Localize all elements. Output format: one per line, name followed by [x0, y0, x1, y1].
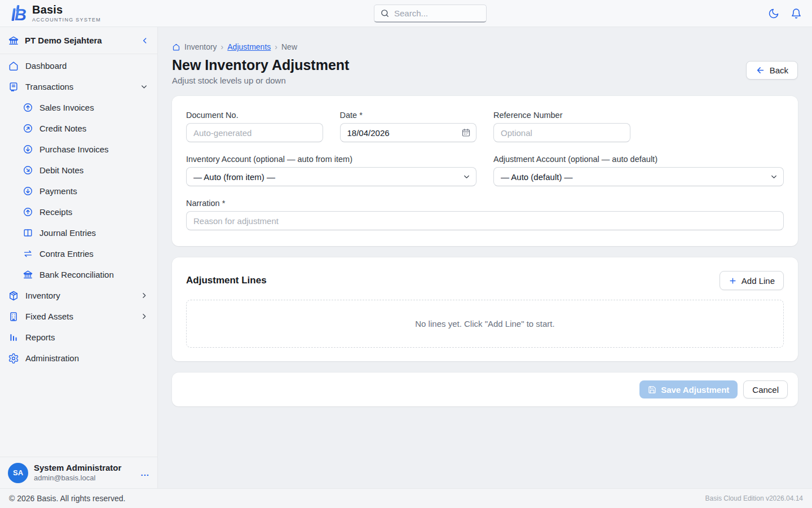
arrow-up-circle-icon — [23, 102, 33, 113]
sidebar-item-fixed-assets[interactable]: Fixed Assets — [0, 306, 157, 327]
version-text: Basis Cloud Edition v2026.04.14 — [705, 494, 803, 502]
user-menu-button[interactable]: ... — [140, 468, 149, 478]
theme-toggle-button[interactable] — [768, 8, 779, 19]
package-icon — [8, 290, 19, 301]
sidebar-item-bank-reconciliation[interactable]: Bank Reconciliation — [0, 264, 157, 285]
breadcrumb-adjustments[interactable]: Adjustments — [227, 42, 271, 51]
search-icon — [380, 8, 390, 18]
top-header: B Basis ACCOUNTING SYSTEM — [0, 0, 812, 27]
adjustment-lines-title: Adjustment Lines — [186, 275, 267, 286]
breadcrumb-inventory[interactable]: Inventory — [184, 42, 217, 51]
user-profile[interactable]: SA System Administrator admin@basis.loca… — [0, 457, 157, 488]
cancel-button[interactable]: Cancel — [743, 380, 788, 398]
home-icon[interactable] — [172, 43, 180, 51]
book-icon — [23, 227, 33, 238]
sidebar-item-dashboard[interactable]: Dashboard — [0, 55, 157, 76]
company-selector[interactable]: PT Demo Sejahtera — [0, 27, 157, 54]
main-content: Inventory › Adjustments › New New Invent… — [158, 27, 812, 488]
svg-text:B: B — [15, 6, 27, 23]
date-label: Date * — [340, 111, 477, 120]
search-input[interactable] — [394, 8, 480, 18]
bank-icon — [8, 35, 19, 46]
date-field[interactable] — [340, 123, 477, 142]
receipt-icon — [8, 81, 19, 93]
document-no-field[interactable] — [186, 123, 323, 142]
adjustment-form-card: Document No. Date * — [172, 96, 798, 246]
save-icon — [648, 386, 656, 394]
brand-logo[interactable]: B Basis ACCOUNTING SYSTEM — [8, 3, 101, 23]
adjustment-account-select[interactable]: — Auto (default) — — [493, 167, 784, 186]
global-search — [374, 5, 487, 23]
narration-field[interactable] — [186, 211, 784, 230]
back-button[interactable]: Back — [746, 61, 798, 80]
sidebar-item-sales-invoices[interactable]: Sales Invoices — [0, 97, 157, 118]
sidebar-item-inventory[interactable]: Inventory — [0, 285, 157, 306]
page-footer: © 2026 Basis. All rights reserved. Basis… — [0, 488, 812, 508]
bar-chart-icon — [8, 332, 19, 343]
sidebar-item-transactions[interactable]: Transactions — [0, 76, 157, 97]
notifications-button[interactable] — [791, 8, 802, 19]
chevron-down-icon — [140, 82, 148, 91]
company-name: PT Demo Sejahtera — [25, 36, 135, 45]
reference-number-label: Reference Number — [493, 111, 630, 120]
form-actions-card: Save Adjustment Cancel — [172, 373, 798, 406]
inventory-account-label: Inventory Account (optional — auto from … — [186, 155, 476, 164]
empty-lines-text: No lines yet. Click "Add Line" to start. — [415, 319, 554, 329]
brand-tagline: ACCOUNTING SYSTEM — [32, 17, 101, 23]
basis-logo-icon: B — [8, 3, 28, 23]
add-line-button[interactable]: Add Line — [720, 271, 784, 290]
plus-icon — [729, 277, 737, 285]
sidebar-item-journal-entries[interactable]: Journal Entries — [0, 222, 157, 243]
empty-lines-placeholder: No lines yet. Click "Add Line" to start. — [186, 300, 784, 348]
sidebar-item-contra-entries[interactable]: Contra Entries — [0, 243, 157, 264]
page-subtitle: Adjust stock levels up or down — [172, 76, 798, 85]
building-icon — [8, 311, 19, 322]
avatar: SA — [8, 463, 28, 483]
app-window: B Basis ACCOUNTING SYSTEM — [0, 0, 812, 508]
bell-icon — [791, 8, 802, 19]
brand-name: Basis — [32, 4, 101, 16]
sidebar-nav: Dashboard Transactions — [0, 54, 157, 457]
chevron-right-icon — [140, 291, 148, 300]
sidebar-item-administration[interactable]: Administration — [0, 348, 157, 369]
swap-icon — [23, 248, 33, 259]
moon-icon — [768, 8, 779, 19]
chevron-right-icon — [140, 312, 148, 321]
narration-label: Narration * — [186, 199, 784, 208]
arrow-down-right-circle-icon — [23, 165, 33, 176]
adjustment-account-label: Adjustment Account (optional — auto defa… — [493, 155, 784, 164]
chevron-left-icon[interactable] — [140, 36, 149, 45]
arrow-up-right-circle-icon — [23, 123, 33, 134]
arrow-left-icon — [756, 65, 765, 75]
gear-icon — [8, 353, 19, 364]
save-adjustment-button[interactable]: Save Adjustment — [639, 380, 738, 398]
home-icon — [8, 60, 19, 72]
breadcrumb: Inventory › Adjustments › New — [172, 42, 798, 51]
reference-number-field[interactable] — [493, 123, 630, 142]
sidebar-item-reports[interactable]: Reports — [0, 327, 157, 348]
sidebar-item-debit-notes[interactable]: Debit Notes — [0, 160, 157, 181]
sidebar-item-purchase-invoices[interactable]: Purchase Invoices — [0, 139, 157, 160]
arrow-down-circle-icon — [23, 144, 33, 155]
user-email: admin@basis.local — [34, 474, 121, 483]
page-title: New Inventory Adjustment — [172, 56, 798, 74]
sidebar: PT Demo Sejahtera Dashboard — [0, 27, 158, 488]
sidebar-item-receipts[interactable]: Receipts — [0, 202, 157, 222]
user-name: System Administrator — [34, 463, 121, 474]
document-no-label: Document No. — [186, 111, 323, 120]
arrow-down-circle-icon — [23, 186, 33, 196]
copyright-text: © 2026 Basis. All rights reserved. — [9, 494, 125, 503]
adjustment-lines-card: Adjustment Lines Add Line No lines yet. … — [172, 257, 798, 361]
bank-icon — [23, 269, 33, 280]
inventory-account-select[interactable]: — Auto (from item) — — [186, 167, 476, 186]
arrow-up-circle-icon — [23, 207, 33, 217]
breadcrumb-new: New — [281, 42, 297, 51]
sidebar-item-payments[interactable]: Payments — [0, 181, 157, 202]
sidebar-item-credit-notes[interactable]: Credit Notes — [0, 118, 157, 139]
